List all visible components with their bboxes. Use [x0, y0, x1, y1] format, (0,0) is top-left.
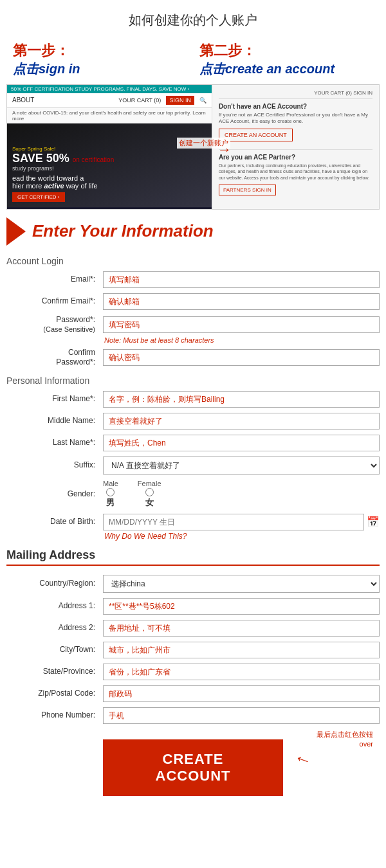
suffix-label: Suffix:	[6, 460, 103, 471]
email-field-wrap	[103, 271, 380, 288]
step2-action: 点击create an account	[199, 60, 373, 78]
zip-label: Zip/Postal Code:	[6, 689, 103, 699]
cart-signin: YOUR CART (0) SIGN IN 🔍	[118, 96, 207, 105]
middle-name-row: Middle Name:	[0, 410, 386, 432]
city-input[interactable]	[103, 642, 380, 658]
signin-btn[interactable]: SIGN IN	[166, 96, 194, 105]
partner-sub: Our partners, including continuing educa…	[219, 163, 372, 180]
country-select[interactable]: 选择china	[103, 575, 380, 593]
mailing-address-title: Mailing Address	[6, 548, 380, 566]
sale-badge: Super Spring Sale!	[12, 146, 207, 152]
male-top-label: Male	[103, 480, 118, 487]
female-bottom-label: 女	[145, 497, 154, 509]
country-label: Country/Region:	[6, 579, 103, 589]
nav-bar: ABOUT YOUR CART (0) SIGN IN 🔍	[7, 93, 212, 108]
dob-label: Date of Birth:	[6, 517, 103, 527]
create-account-section: 最后点击红色按钮over ← CREATE ACCOUNT	[0, 727, 386, 815]
mailing-address-section: Mailing Address	[0, 543, 386, 572]
first-name-label: First Name*:	[6, 394, 103, 404]
password-input[interactable]	[103, 316, 380, 333]
dob-input[interactable]	[103, 514, 364, 530]
search-icon[interactable]: 🔍	[199, 97, 207, 104]
state-row: State/Province:	[0, 661, 386, 683]
dob-row: Date of Birth: 📅	[0, 511, 386, 533]
step2-number: 第二步：	[199, 42, 373, 60]
radio-group: Male 男 Female 女	[103, 480, 380, 509]
step1: 第一步： 点击sign in	[13, 42, 193, 78]
calendar-icon[interactable]: 📅	[367, 516, 380, 528]
screenshot-right: YOUR CART (0) SIGN IN Don't have an ACE …	[212, 85, 379, 209]
page-title: 如何创建你的个人账户	[0, 0, 386, 35]
address2-input[interactable]	[103, 620, 380, 637]
final-note: 最后点击红色按钮over	[315, 730, 373, 750]
state-field-wrap	[103, 664, 380, 680]
email-row: Email*:	[0, 269, 386, 291]
dont-have-title: Don't have an ACE Account?	[219, 103, 372, 110]
enter-info-header: Enter Your Information	[0, 210, 386, 251]
gender-row: Gender: Male 男 Female 女	[0, 477, 386, 511]
dob-field-wrap: 📅	[103, 514, 380, 530]
address1-field-wrap	[103, 598, 380, 615]
about-link: ABOUT	[12, 96, 34, 104]
password-field-wrap	[103, 316, 380, 333]
step1-number: 第一步：	[13, 42, 187, 60]
city-label: City/Town:	[6, 645, 103, 655]
middle-name-label: Middle Name:	[6, 416, 103, 426]
dont-have-sub: If you're not an ACE Certified Professio…	[219, 112, 372, 125]
covid-note: A note about COVID-19: and your client's…	[7, 108, 212, 123]
suffix-field-wrap: N/A 直接空着就好了 Jr. Sr. II III	[103, 457, 380, 475]
phone-row: Phone Number:	[0, 705, 386, 727]
address2-field-wrap	[103, 620, 380, 637]
phone-field-wrap	[103, 707, 380, 724]
confirm-password-label: ConfirmPassword*:	[6, 348, 103, 368]
phone-input[interactable]	[103, 707, 380, 724]
middle-name-input[interactable]	[103, 413, 380, 429]
confirm-password-input[interactable]	[103, 349, 380, 366]
last-name-input[interactable]	[103, 435, 380, 451]
step2: 第二步： 点击create an account	[193, 42, 373, 78]
first-name-field-wrap	[103, 391, 380, 408]
first-name-input[interactable]	[103, 391, 380, 408]
enter-info-arrow-icon	[6, 217, 26, 246]
cert-btn[interactable]: GET CERTIFIED ›	[12, 192, 65, 202]
email-input[interactable]	[103, 271, 380, 288]
address2-row: Address 2:	[0, 617, 386, 639]
zip-input[interactable]	[103, 685, 380, 702]
partners-signin-btn[interactable]: PARTNERS SIGN IN	[219, 185, 276, 195]
screenshot-area: 50% OFF CERTIFICATION STUDY PROGRAMS. FI…	[6, 84, 380, 210]
save-text: SAVE 50% on certification	[12, 152, 207, 165]
female-option: Female 女	[138, 480, 161, 509]
confirm-email-label: Confirm Email*:	[6, 296, 103, 307]
confirm-email-field-wrap	[103, 293, 380, 310]
address1-label: Address 1:	[6, 601, 103, 611]
female-top-label: Female	[138, 480, 161, 487]
step1-action: 点击sign in	[13, 60, 187, 78]
create-account-button[interactable]: CREATE ACCOUNT	[103, 739, 283, 796]
suffix-select[interactable]: N/A 直接空着就好了 Jr. Sr. II III	[103, 457, 380, 475]
address1-input[interactable]	[103, 598, 380, 615]
male-option: Male 男	[103, 480, 118, 509]
zip-field-wrap	[103, 685, 380, 702]
state-input[interactable]	[103, 664, 380, 680]
tagline2: hier more active way of life	[12, 182, 207, 190]
study-text: study programs!	[12, 165, 207, 172]
state-label: State/Province:	[6, 667, 103, 677]
partner-title: Are you an ACE Partner?	[219, 154, 372, 161]
confirm-email-input[interactable]	[103, 293, 380, 310]
male-radio[interactable]	[106, 488, 115, 496]
password-row: Password*:(Case Sensitive)	[0, 312, 386, 338]
male-bottom-label: 男	[106, 497, 115, 509]
gender-label: Gender:	[6, 489, 103, 500]
country-field-wrap: 选择china	[103, 575, 380, 593]
account-login-label: Account Login	[0, 251, 386, 269]
enter-info-title: Enter Your Information	[32, 221, 214, 241]
suffix-row: Suffix: N/A 直接空着就好了 Jr. Sr. II III	[0, 454, 386, 477]
arrow-to-create-icon: →	[217, 141, 232, 158]
female-radio[interactable]	[145, 488, 154, 496]
last-name-row: Last Name*:	[0, 432, 386, 454]
confirm-email-row: Confirm Email*:	[0, 291, 386, 312]
password-label: Password*:(Case Sensitive)	[6, 315, 103, 335]
confirm-password-field-wrap	[103, 349, 380, 366]
password-note: Note: Must be at least 8 characters	[0, 336, 386, 344]
screenshot-right-topnav: YOUR CART (0) SIGN IN	[219, 90, 372, 99]
